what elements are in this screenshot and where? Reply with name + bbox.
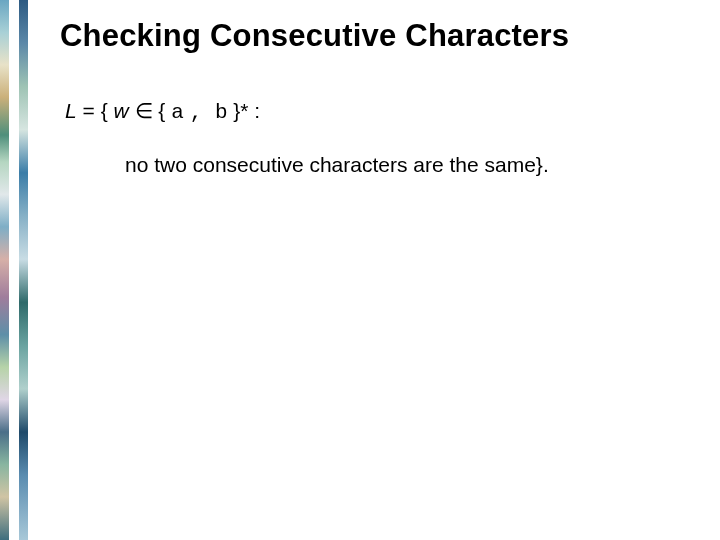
slide: Checking Consecutive Characters L = { w … [0, 0, 720, 540]
language-condition-line: no two consecutive characters are the sa… [65, 150, 680, 180]
equals-open: = { [83, 99, 108, 122]
decorative-side-strip [0, 0, 28, 540]
slide-body: L = { w ∈ { a , b }* : no two consecutiv… [65, 96, 680, 181]
strip-column-b [19, 0, 28, 540]
element-of-open: ∈ { [135, 99, 166, 122]
separator-comma: , [190, 101, 215, 124]
slide-title: Checking Consecutive Characters [60, 18, 569, 54]
symbol-b: b [215, 101, 228, 124]
strip-column-gap [9, 0, 18, 540]
strip-column-a [0, 0, 9, 540]
symbol-a: a [171, 101, 184, 124]
language-definition-line: L = { w ∈ { a , b }* : [65, 96, 680, 128]
var-L: L [65, 99, 77, 122]
var-w: w [114, 99, 129, 122]
close-star-colon: }* : [233, 99, 260, 122]
